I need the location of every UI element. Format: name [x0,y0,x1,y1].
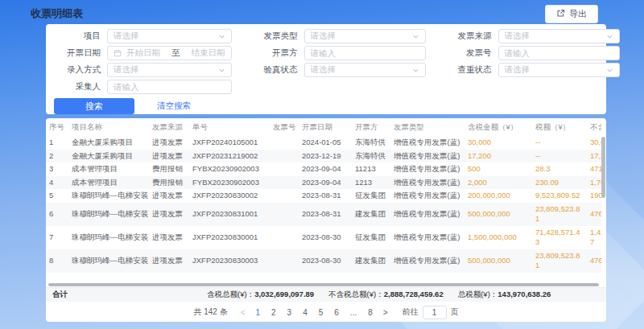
invoice-date-range[interactable]: 开始日期 至 结束日期 [107,46,232,60]
cell-tax: 230.09 [532,176,587,190]
export-button[interactable]: 导出 [545,5,598,23]
cell-issuer: 征发集团 [352,189,390,203]
cell-type: 增值税专用发票(蓝) [390,189,464,203]
column-header-6: 开票方 [352,118,390,136]
page-button-8[interactable]: 8 [362,308,378,317]
project-select[interactable]: 请选择 [107,29,232,43]
cell-source: 费用报销 [149,176,189,190]
cell-issuer: 11213 [352,162,390,176]
pagination: 共 142 条 < 123456...8 > 前往 页 [46,304,606,320]
cell-no: 6 [46,203,68,226]
cell-project: 金融大厦采购项目 [68,136,149,150]
cell-order_no: JXFP20240105001 [189,136,270,150]
cell-project: 成本管理项目 [68,176,149,190]
cell-no: 2 [46,150,68,163]
filter-field-invoice-number: 发票号 [442,46,620,60]
invoice-source-select[interactable]: 请选择 [498,29,620,43]
column-header-1: 项目名称 [68,118,149,136]
cell-tax: -- [532,136,587,150]
calendar-icon [114,49,122,57]
cell-net: 476,190,476.19 [587,203,601,226]
cell-issuer: 建发集团 [352,203,390,226]
filter-field-issuer: 开票方 [248,46,426,60]
summary-label: 合计 [52,290,68,300]
pagination-total: 共 142 条 [193,306,227,318]
date-separator: 至 [171,47,180,59]
page-button-2[interactable]: 2 [266,308,282,317]
verify-status-select[interactable]: 请选择 [304,63,426,77]
cell-net: 30,000 [587,136,601,150]
cell-issuer: 1213 [352,176,390,190]
page-button-5[interactable]: 5 [313,308,329,317]
duplicate-status-select[interactable]: 请选择 [498,63,620,77]
page-input[interactable] [423,306,447,319]
export-button-label: 导出 [569,10,587,19]
chevron-down-icon [606,33,613,40]
more-pages-button[interactable]: ... [345,308,362,317]
invoice-type-select[interactable]: 请选择 [304,29,426,43]
cell-order_no: FYBX20230902003 [189,162,270,176]
filter-label: 发票类型 [248,31,298,42]
cell-order_no: FYBX20230902003 [189,176,270,190]
search-button[interactable]: 搜索 [54,98,134,114]
cell-no: 1 [46,136,68,150]
cell-amount: 500,000,000 [464,203,532,226]
column-header-5: 开票日期 [299,118,352,136]
chevron-down-icon [218,33,225,40]
next-page-button[interactable]: > [378,308,393,317]
cell-project: 珠穆朗玛峰—电梯安装 [68,189,149,203]
cell-type: 增值税专用发票(蓝) [390,136,464,150]
cell-type: 增值税专用发票(蓝) [390,203,464,226]
cell-no: 7 [46,226,68,249]
cell-invoice_no [270,189,299,203]
collector-input[interactable] [107,80,232,94]
cell-source: 进项发票 [149,226,189,249]
filter-label: 验真状态 [248,64,298,76]
column-header-7: 发票类型 [390,118,464,136]
filter-label: 开票方 [248,47,298,59]
cell-project: 成本管理项目 [68,162,149,176]
cell-invoice_no [270,176,299,190]
cell-issuer: 东海特供 [352,150,390,163]
cell-date: 2024-01-05 [299,136,352,150]
cell-amount: 200,000,000 [464,189,532,203]
filter-field-entry-method: 录入方式 请选择 [51,63,232,77]
page-button-1[interactable]: 1 [250,308,266,317]
page-button-3[interactable]: 3 [282,308,298,317]
cell-project: 金融大厦采购项目 [68,150,149,163]
cell-invoice_no [270,150,299,163]
cell-project: 珠穆朗玛峰—电梯安装 [68,249,149,273]
filter-field-invoice-type: 发票类型 请选择 [248,29,426,43]
cell-type: 增值税专用发票(蓝) [390,176,464,190]
column-header-4: 发票号 [270,118,299,136]
column-header-0: 序号 [46,118,68,136]
cell-type: 增值税专用发票(蓝) [390,150,464,163]
cell-no: 5 [46,189,68,203]
cell-order_no: JXFP20230830003 [189,249,270,273]
page-button-4[interactable]: 4 [297,308,313,317]
placeholder-text: 请选择 [114,64,218,76]
column-header-10: 不含税金额（¥） [587,118,601,136]
filter-label: 项目 [51,31,101,42]
vertical-scrollbar[interactable] [601,137,605,198]
horizontal-scrollbar[interactable] [48,283,599,286]
export-icon [556,9,565,19]
table-row: 4 成本管理项目 费用报销 FYBX20230902003 2023-09-04… [46,176,601,190]
total-with-tax: 含税总额(¥)：3,032,699,097.89 [207,290,314,300]
cell-amount: 17,200 [464,150,532,163]
issuer-input[interactable] [304,46,426,60]
clear-search-link[interactable]: 清空搜索 [157,101,191,112]
chevron-down-icon [412,67,419,74]
entry-method-select[interactable]: 请选择 [107,63,232,77]
cell-amount: 1,500,000,000 [464,226,532,249]
chevron-down-icon [606,67,613,74]
chevron-down-icon [218,67,225,74]
page-button-6[interactable]: 6 [328,308,345,317]
cell-tax: 71,428,571.43 [532,226,587,249]
cell-order_no: JXFP20230830001 [189,226,270,249]
prev-page-button[interactable]: < [236,308,250,317]
table-header-row: 序号项目名称发票来源单号发票号开票日期开票方发票类型含税金额（¥）税额（¥）不含… [46,118,601,136]
invoice-number-input[interactable] [498,46,620,60]
cell-net: 1,769.91 [587,176,601,190]
filter-label: 发票来源 [442,31,492,42]
